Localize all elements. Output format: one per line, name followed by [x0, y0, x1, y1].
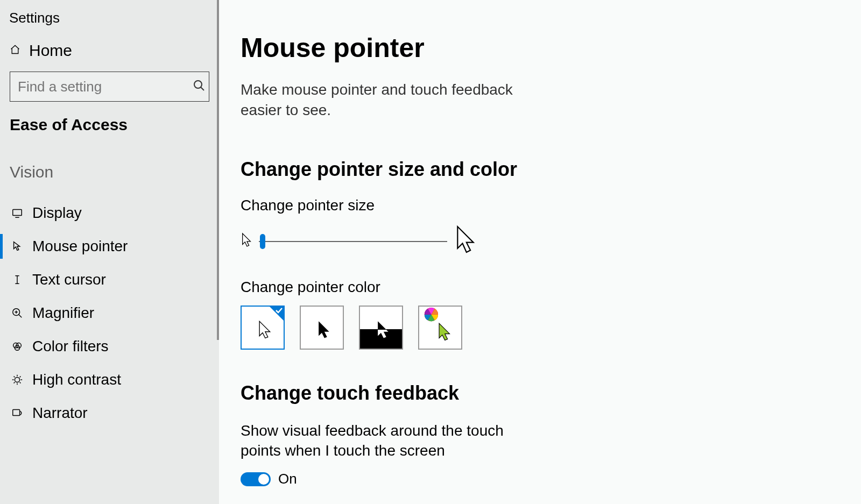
display-icon: [10, 207, 25, 219]
sidebar-item-label: Display: [32, 204, 82, 222]
pointer-color-black[interactable]: [300, 306, 344, 350]
toggle-state-label: On: [278, 471, 297, 487]
slider-track: [259, 241, 447, 242]
inverted-cursor-preview: [360, 306, 402, 349]
sidebar-item-display[interactable]: Display: [0, 196, 219, 230]
svg-point-0: [194, 81, 202, 88]
svg-line-20: [20, 382, 21, 384]
pointer-color-inverted[interactable]: [359, 306, 403, 350]
slider-thumb[interactable]: [260, 234, 265, 249]
svg-line-19: [14, 377, 15, 378]
text-cursor-icon: [10, 274, 25, 286]
search-input[interactable]: [18, 79, 193, 95]
sidebar-item-label: Narrator: [32, 404, 88, 422]
color-filters-icon: [10, 340, 25, 352]
page-title: Mouse pointer: [241, 32, 861, 63]
magnifier-icon: [10, 307, 25, 319]
sidebar-item-label: Magnifier: [32, 304, 94, 322]
main-content: Mouse pointer Make mouse pointer and tou…: [219, 0, 861, 504]
home-nav-item[interactable]: Home: [0, 26, 219, 72]
search-input-container[interactable]: [10, 72, 209, 102]
group-header-vision: Vision: [0, 158, 219, 196]
svg-rect-23: [13, 410, 20, 416]
sidebar-item-label: Color filters: [32, 338, 109, 355]
touch-feedback-label: Show visual feedback around the touch po…: [241, 421, 520, 462]
sidebar-item-text-cursor[interactable]: Text cursor: [0, 263, 219, 296]
pointer-color-white[interactable]: [241, 306, 285, 350]
cursor-small-icon: [241, 232, 252, 251]
sidebar-item-magnifier[interactable]: Magnifier: [0, 296, 219, 330]
touch-feedback-toggle-row: On: [241, 471, 861, 487]
sidebar-item-label: Mouse pointer: [32, 238, 128, 255]
custom-cursor-preview: [419, 306, 461, 349]
page-description: Make mouse pointer and touch feedback ea…: [241, 80, 531, 120]
black-cursor-preview: [301, 306, 343, 349]
pointer-color-options: [241, 306, 861, 350]
check-icon: [274, 306, 283, 317]
svg-line-1: [201, 87, 204, 90]
category-header: Ease of Access: [0, 112, 219, 158]
narrator-icon: [10, 407, 25, 419]
sidebar-item-high-contrast[interactable]: High contrast: [0, 363, 219, 396]
svg-rect-2: [13, 210, 22, 216]
high-contrast-icon: [10, 374, 25, 386]
pointer-size-label: Change pointer size: [241, 197, 861, 214]
sidebar-scrollbar[interactable]: [217, 0, 219, 340]
home-icon: [10, 44, 20, 57]
svg-line-8: [19, 315, 22, 318]
home-label: Home: [29, 41, 72, 60]
sidebar: Settings Home Ease of Access Vision Disp…: [0, 0, 219, 504]
pointer-color-custom[interactable]: [418, 306, 462, 350]
sidebar-item-label: Text cursor: [32, 271, 106, 288]
sidebar-item-label: High contrast: [32, 371, 121, 388]
section-title-touch-feedback: Change touch feedback: [241, 382, 861, 404]
sidebar-item-color-filters[interactable]: Color filters: [0, 330, 219, 363]
svg-line-22: [20, 377, 21, 378]
sidebar-item-mouse-pointer[interactable]: Mouse pointer: [0, 230, 219, 263]
toggle-knob: [258, 474, 269, 485]
pointer-color-label: Change pointer color: [241, 279, 861, 296]
search-icon: [193, 79, 206, 94]
cursor-large-icon: [454, 224, 477, 259]
section-title-size-color: Change pointer size and color: [241, 158, 861, 181]
app-title: Settings: [0, 0, 219, 26]
pointer-size-slider[interactable]: [259, 233, 447, 250]
pointer-size-slider-row: [241, 224, 861, 259]
touch-feedback-toggle[interactable]: [241, 472, 271, 486]
svg-line-21: [14, 382, 15, 384]
svg-point-14: [15, 377, 19, 382]
sidebar-item-narrator[interactable]: Narrator: [0, 396, 219, 430]
mouse-pointer-icon: [10, 240, 25, 252]
